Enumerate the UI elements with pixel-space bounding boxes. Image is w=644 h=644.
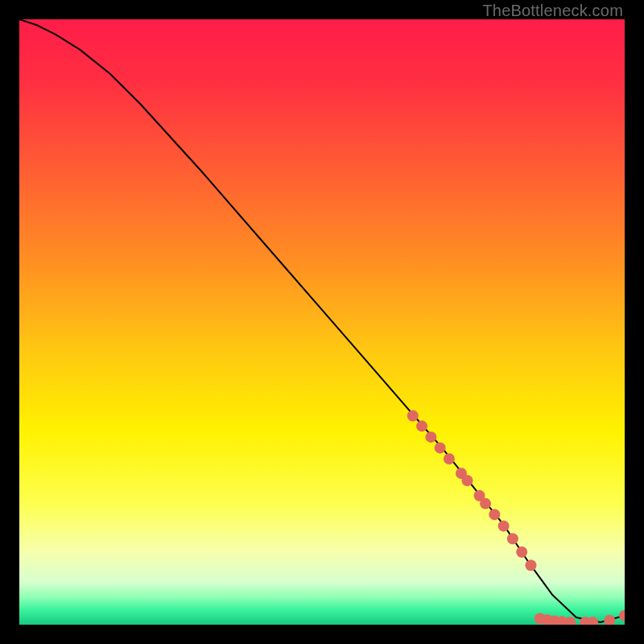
marker-cluster: [516, 547, 527, 558]
marker-cluster: [416, 420, 427, 431]
chart-background: [19, 19, 625, 625]
marker-cluster: [480, 498, 491, 510]
marker-cluster: [425, 431, 436, 443]
chart-svg: [19, 19, 625, 625]
marker-cluster: [444, 453, 455, 464]
marker-cluster: [435, 442, 446, 453]
marker-cluster: [489, 509, 500, 520]
attribution-label: TheBottleneck.com: [482, 2, 623, 20]
marker-cluster: [407, 411, 419, 422]
marker-cluster: [461, 475, 473, 486]
marker-cluster: [525, 559, 536, 571]
marker-cluster: [507, 533, 518, 544]
marker-cluster: [498, 520, 510, 531]
chart-frame: [19, 19, 625, 625]
